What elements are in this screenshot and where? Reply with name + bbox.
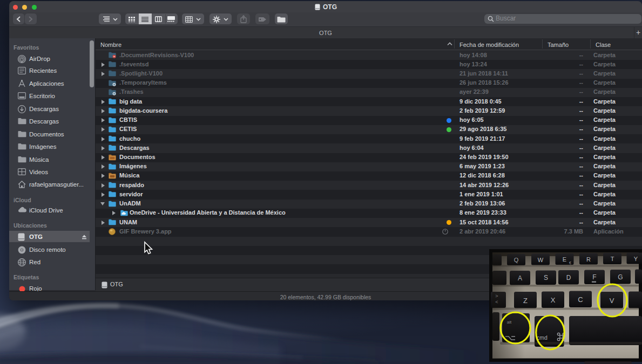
svg-text:€: € [569, 261, 571, 265]
svg-text:T: T [611, 256, 614, 262]
svg-text:X: X [551, 296, 556, 304]
svg-text:R: R [586, 256, 591, 263]
svg-text:F: F [592, 273, 596, 281]
svg-text:S: S [544, 274, 548, 281]
svg-text:V: V [610, 297, 614, 305]
svg-text:C: C [578, 296, 583, 304]
svg-text:W: W [538, 257, 544, 263]
svg-text:E: E [563, 256, 566, 263]
svg-text:Y: Y [634, 256, 638, 262]
svg-text:D: D [566, 274, 571, 281]
svg-text:G: G [618, 273, 623, 281]
svg-text:cmd: cmd [537, 334, 548, 341]
